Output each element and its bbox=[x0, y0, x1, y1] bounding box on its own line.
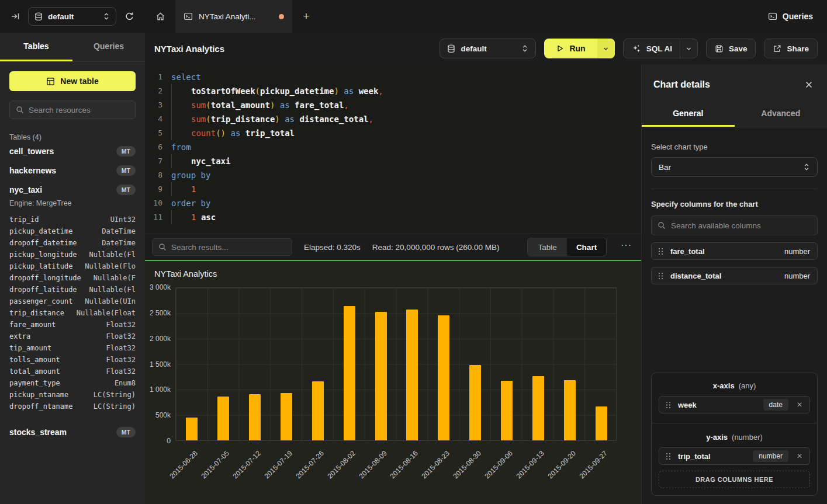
sidebar-tab-queries[interactable]: Queries bbox=[72, 33, 145, 61]
remove-y-axis-column-button[interactable]: ✕ bbox=[795, 452, 802, 460]
tab-strip: NYTaxi Analyti... + Queries bbox=[145, 0, 827, 33]
line-number: 1 bbox=[145, 70, 162, 84]
more-options-button[interactable]: ··· bbox=[618, 240, 634, 254]
column-row: trip_distanceNullable(Float bbox=[9, 309, 136, 321]
y-axis-chip-type-badge: number bbox=[753, 450, 788, 462]
search-icon bbox=[158, 243, 167, 251]
code-line: 7nyc_taxi bbox=[145, 154, 641, 168]
tab-general[interactable]: General bbox=[642, 103, 735, 127]
new-table-button[interactable]: New table bbox=[9, 71, 136, 91]
column-name: dropoff_datetime bbox=[9, 239, 77, 251]
tables-list: cell_towersMThackernewsMTnyc_taxiMTEngin… bbox=[9, 141, 136, 442]
column-row: dropoff_longitudeNullable(F bbox=[9, 274, 136, 286]
chart-bar[interactable] bbox=[469, 365, 481, 440]
chart-bar[interactable] bbox=[281, 393, 292, 440]
available-column-distance_total[interactable]: distance_totalnumber bbox=[651, 267, 818, 284]
sidebar-tab-tables[interactable]: Tables bbox=[0, 33, 72, 61]
x-axis-column-chip[interactable]: week date ✕ bbox=[659, 396, 810, 413]
column-row: extraFloat32 bbox=[9, 332, 136, 344]
table-row-stocks_stream[interactable]: stocks_streamMT bbox=[9, 422, 136, 442]
save-button[interactable]: Save bbox=[706, 39, 756, 58]
column-row: trip_idUInt32 bbox=[9, 215, 136, 227]
chart-bar[interactable] bbox=[249, 394, 261, 440]
panel-tabs: General Advanced bbox=[642, 103, 827, 127]
chart-bar[interactable] bbox=[217, 397, 229, 440]
chart-bar[interactable] bbox=[344, 306, 355, 440]
chart-bar[interactable] bbox=[312, 381, 324, 440]
new-tab-button[interactable]: + bbox=[292, 0, 320, 33]
drag-columns-drop-zone[interactable]: DRAG COLUMNS HERE bbox=[659, 471, 810, 488]
sql-ai-chevron[interactable] bbox=[680, 39, 697, 58]
column-type: Nullable(Flo bbox=[85, 262, 136, 274]
chart-bar[interactable] bbox=[438, 315, 449, 440]
table-row-cell_towers[interactable]: cell_towersMT bbox=[9, 141, 136, 161]
code-line: 111 asc bbox=[145, 210, 641, 224]
columns-search-input[interactable] bbox=[671, 221, 811, 230]
run-button[interactable]: Run bbox=[544, 39, 614, 58]
column-name: trip_distance bbox=[9, 309, 64, 321]
table-name: hackernews bbox=[9, 166, 56, 175]
column-type: DateTime bbox=[102, 227, 136, 239]
sql-console-app: default NYTaxi Analyti.. bbox=[0, 0, 827, 504]
database-selector[interactable]: default bbox=[28, 7, 116, 26]
chart-type-select[interactable]: Bar bbox=[651, 157, 818, 177]
table-view-button[interactable]: Table bbox=[528, 238, 567, 256]
chart-bar[interactable] bbox=[501, 381, 513, 440]
top-bar-spacer bbox=[320, 0, 768, 33]
run-options-chevron[interactable] bbox=[597, 39, 615, 58]
column-name: pickup_datetime bbox=[9, 227, 72, 239]
column-row: tip_amountFloat32 bbox=[9, 344, 136, 356]
column-row: dropoff_ntanameLC(String) bbox=[9, 402, 136, 414]
tab-advanced[interactable]: Advanced bbox=[735, 103, 827, 127]
drag-handle-icon bbox=[659, 273, 663, 279]
results-search-input[interactable] bbox=[171, 243, 286, 252]
table-row-hackernews[interactable]: hackernewsMT bbox=[9, 161, 136, 180]
column-name: pickup_longitude bbox=[9, 251, 77, 262]
top-bar: default NYTaxi Analyti.. bbox=[0, 0, 827, 33]
y-axis-column-chip[interactable]: trip_total number ✕ bbox=[659, 447, 810, 465]
collapse-sidebar-button[interactable] bbox=[8, 9, 22, 23]
available-column-fare_total[interactable]: fare_totalnumber bbox=[651, 242, 818, 260]
tab-nytaxi-analytics[interactable]: NYTaxi Analyti... bbox=[175, 0, 292, 33]
code-line: 3sum(total_amount) as fare_total, bbox=[145, 98, 641, 112]
chart-bar[interactable] bbox=[596, 406, 607, 440]
chart-bar[interactable] bbox=[186, 418, 198, 440]
y-tick-label: 2 500k bbox=[145, 309, 171, 317]
queries-terminal-icon bbox=[768, 12, 777, 21]
chart-bar[interactable] bbox=[406, 310, 418, 440]
drag-handle-icon bbox=[666, 402, 671, 408]
view-toggle: Table Chart bbox=[527, 238, 607, 256]
column-row: pickup_datetimeDateTime bbox=[9, 227, 136, 239]
chart-bar[interactable] bbox=[375, 312, 387, 440]
sql-editor[interactable]: 1select2toStartOfWeek(pickup_datetime) a… bbox=[145, 64, 641, 234]
engine-badge: MT bbox=[116, 427, 136, 437]
share-button[interactable]: Share bbox=[764, 39, 818, 58]
code-line: 91 bbox=[145, 182, 641, 196]
chart-view-button[interactable]: Chart bbox=[567, 238, 606, 256]
queries-button[interactable]: Queries bbox=[768, 0, 813, 33]
column-type: Float32 bbox=[106, 332, 136, 344]
available-column-name: distance_total bbox=[670, 272, 777, 280]
chart-title: NYTaxi Analytics bbox=[154, 269, 217, 279]
close-panel-button[interactable] bbox=[802, 78, 815, 91]
column-type: DateTime bbox=[102, 239, 136, 251]
run-database-selector[interactable]: default bbox=[440, 39, 536, 58]
refresh-button[interactable] bbox=[122, 9, 137, 24]
tables-section-label: Tables (4) bbox=[9, 133, 136, 141]
line-number: 10 bbox=[145, 196, 162, 210]
code-text: sum(total_amount) as fare_total, bbox=[171, 98, 349, 112]
results-toolbar: Elapsed: 0.320s Read: 20,000,000 rows (2… bbox=[145, 234, 641, 260]
remove-x-axis-column-button[interactable]: ✕ bbox=[795, 401, 802, 409]
chart-bar[interactable] bbox=[564, 380, 576, 440]
main-area: NYTaxi Analytics default bbox=[145, 33, 827, 504]
home-tab-button[interactable] bbox=[145, 0, 175, 33]
panel-header: Chart details bbox=[642, 64, 827, 103]
table-row-nyc_taxi[interactable]: nyc_taxiMT bbox=[9, 180, 136, 199]
column-type: LC(String) bbox=[94, 402, 136, 414]
y-axis-hint: (number) bbox=[732, 433, 763, 442]
chart-bar[interactable] bbox=[532, 376, 544, 440]
code-line: 1select bbox=[145, 70, 641, 84]
sql-ai-button[interactable]: SQL AI bbox=[623, 39, 698, 58]
sidebar-search-input[interactable] bbox=[29, 106, 129, 114]
sidebar-search bbox=[9, 100, 136, 119]
